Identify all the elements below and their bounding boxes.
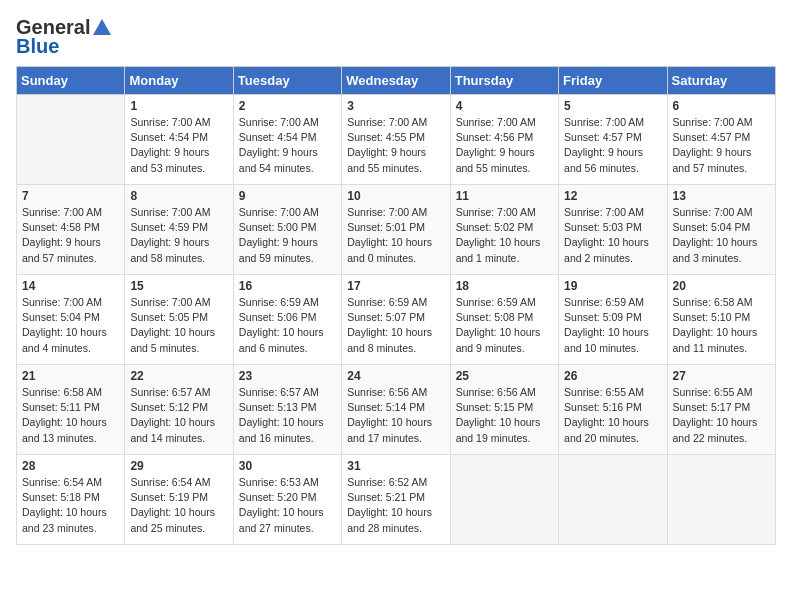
- calendar-cell: 24Sunrise: 6:56 AMSunset: 5:14 PMDayligh…: [342, 365, 450, 455]
- calendar-cell: 1Sunrise: 7:00 AMSunset: 4:54 PMDaylight…: [125, 95, 233, 185]
- day-info: Sunrise: 6:55 AMSunset: 5:16 PMDaylight:…: [564, 385, 661, 446]
- logo-blue: Blue: [16, 35, 59, 58]
- week-row-5: 28Sunrise: 6:54 AMSunset: 5:18 PMDayligh…: [17, 455, 776, 545]
- day-info: Sunrise: 6:57 AMSunset: 5:13 PMDaylight:…: [239, 385, 336, 446]
- day-info: Sunrise: 7:00 AMSunset: 5:01 PMDaylight:…: [347, 205, 444, 266]
- day-number: 23: [239, 369, 336, 383]
- day-number: 11: [456, 189, 553, 203]
- day-info: Sunrise: 7:00 AMSunset: 4:55 PMDaylight:…: [347, 115, 444, 176]
- week-row-1: 1Sunrise: 7:00 AMSunset: 4:54 PMDaylight…: [17, 95, 776, 185]
- day-info: Sunrise: 6:55 AMSunset: 5:17 PMDaylight:…: [673, 385, 770, 446]
- calendar-cell: 23Sunrise: 6:57 AMSunset: 5:13 PMDayligh…: [233, 365, 341, 455]
- day-number: 30: [239, 459, 336, 473]
- day-info: Sunrise: 7:00 AMSunset: 4:56 PMDaylight:…: [456, 115, 553, 176]
- calendar-cell: 3Sunrise: 7:00 AMSunset: 4:55 PMDaylight…: [342, 95, 450, 185]
- calendar-cell: 25Sunrise: 6:56 AMSunset: 5:15 PMDayligh…: [450, 365, 558, 455]
- day-info: Sunrise: 7:00 AMSunset: 4:59 PMDaylight:…: [130, 205, 227, 266]
- day-number: 24: [347, 369, 444, 383]
- calendar-cell: 31Sunrise: 6:52 AMSunset: 5:21 PMDayligh…: [342, 455, 450, 545]
- calendar-cell: 16Sunrise: 6:59 AMSunset: 5:06 PMDayligh…: [233, 275, 341, 365]
- day-info: Sunrise: 7:00 AMSunset: 4:57 PMDaylight:…: [673, 115, 770, 176]
- day-number: 4: [456, 99, 553, 113]
- day-info: Sunrise: 7:00 AMSunset: 4:57 PMDaylight:…: [564, 115, 661, 176]
- calendar-cell: 22Sunrise: 6:57 AMSunset: 5:12 PMDayligh…: [125, 365, 233, 455]
- day-info: Sunrise: 7:00 AMSunset: 5:00 PMDaylight:…: [239, 205, 336, 266]
- calendar-cell: 19Sunrise: 6:59 AMSunset: 5:09 PMDayligh…: [559, 275, 667, 365]
- calendar-cell: [17, 95, 125, 185]
- calendar-cell: [450, 455, 558, 545]
- week-row-3: 14Sunrise: 7:00 AMSunset: 5:04 PMDayligh…: [17, 275, 776, 365]
- day-info: Sunrise: 6:59 AMSunset: 5:08 PMDaylight:…: [456, 295, 553, 356]
- day-number: 2: [239, 99, 336, 113]
- calendar-cell: 29Sunrise: 6:54 AMSunset: 5:19 PMDayligh…: [125, 455, 233, 545]
- calendar-cell: 21Sunrise: 6:58 AMSunset: 5:11 PMDayligh…: [17, 365, 125, 455]
- header-saturday: Saturday: [667, 67, 775, 95]
- day-number: 3: [347, 99, 444, 113]
- calendar-cell: 14Sunrise: 7:00 AMSunset: 5:04 PMDayligh…: [17, 275, 125, 365]
- day-info: Sunrise: 6:59 AMSunset: 5:06 PMDaylight:…: [239, 295, 336, 356]
- page-header: General Blue: [16, 16, 776, 58]
- day-info: Sunrise: 6:54 AMSunset: 5:19 PMDaylight:…: [130, 475, 227, 536]
- day-info: Sunrise: 7:00 AMSunset: 5:05 PMDaylight:…: [130, 295, 227, 356]
- calendar-cell: 10Sunrise: 7:00 AMSunset: 5:01 PMDayligh…: [342, 185, 450, 275]
- calendar-table: SundayMondayTuesdayWednesdayThursdayFrid…: [16, 66, 776, 545]
- day-info: Sunrise: 7:00 AMSunset: 4:54 PMDaylight:…: [130, 115, 227, 176]
- day-number: 9: [239, 189, 336, 203]
- day-number: 21: [22, 369, 119, 383]
- header-sunday: Sunday: [17, 67, 125, 95]
- calendar-cell: 20Sunrise: 6:58 AMSunset: 5:10 PMDayligh…: [667, 275, 775, 365]
- day-number: 26: [564, 369, 661, 383]
- day-info: Sunrise: 6:59 AMSunset: 5:09 PMDaylight:…: [564, 295, 661, 356]
- calendar-cell: 18Sunrise: 6:59 AMSunset: 5:08 PMDayligh…: [450, 275, 558, 365]
- calendar-cell: 2Sunrise: 7:00 AMSunset: 4:54 PMDaylight…: [233, 95, 341, 185]
- day-number: 28: [22, 459, 119, 473]
- calendar-cell: 27Sunrise: 6:55 AMSunset: 5:17 PMDayligh…: [667, 365, 775, 455]
- day-number: 14: [22, 279, 119, 293]
- calendar-cell: 7Sunrise: 7:00 AMSunset: 4:58 PMDaylight…: [17, 185, 125, 275]
- day-number: 10: [347, 189, 444, 203]
- day-number: 29: [130, 459, 227, 473]
- day-info: Sunrise: 6:54 AMSunset: 5:18 PMDaylight:…: [22, 475, 119, 536]
- day-info: Sunrise: 7:00 AMSunset: 4:54 PMDaylight:…: [239, 115, 336, 176]
- calendar-cell: 6Sunrise: 7:00 AMSunset: 4:57 PMDaylight…: [667, 95, 775, 185]
- day-number: 15: [130, 279, 227, 293]
- day-info: Sunrise: 7:00 AMSunset: 5:03 PMDaylight:…: [564, 205, 661, 266]
- calendar-cell: 9Sunrise: 7:00 AMSunset: 5:00 PMDaylight…: [233, 185, 341, 275]
- header-wednesday: Wednesday: [342, 67, 450, 95]
- day-number: 6: [673, 99, 770, 113]
- week-row-2: 7Sunrise: 7:00 AMSunset: 4:58 PMDaylight…: [17, 185, 776, 275]
- calendar-cell: 8Sunrise: 7:00 AMSunset: 4:59 PMDaylight…: [125, 185, 233, 275]
- day-info: Sunrise: 6:56 AMSunset: 5:14 PMDaylight:…: [347, 385, 444, 446]
- logo-icon: [91, 17, 113, 39]
- calendar-header-row: SundayMondayTuesdayWednesdayThursdayFrid…: [17, 67, 776, 95]
- day-number: 17: [347, 279, 444, 293]
- calendar-cell: [559, 455, 667, 545]
- day-info: Sunrise: 7:00 AMSunset: 4:58 PMDaylight:…: [22, 205, 119, 266]
- day-number: 20: [673, 279, 770, 293]
- calendar-cell: 4Sunrise: 7:00 AMSunset: 4:56 PMDaylight…: [450, 95, 558, 185]
- day-info: Sunrise: 6:56 AMSunset: 5:15 PMDaylight:…: [456, 385, 553, 446]
- day-number: 5: [564, 99, 661, 113]
- day-number: 16: [239, 279, 336, 293]
- calendar-cell: 17Sunrise: 6:59 AMSunset: 5:07 PMDayligh…: [342, 275, 450, 365]
- day-number: 22: [130, 369, 227, 383]
- calendar-cell: 11Sunrise: 7:00 AMSunset: 5:02 PMDayligh…: [450, 185, 558, 275]
- header-tuesday: Tuesday: [233, 67, 341, 95]
- day-info: Sunrise: 6:58 AMSunset: 5:10 PMDaylight:…: [673, 295, 770, 356]
- logo: General Blue: [16, 16, 114, 58]
- calendar-cell: 5Sunrise: 7:00 AMSunset: 4:57 PMDaylight…: [559, 95, 667, 185]
- day-number: 7: [22, 189, 119, 203]
- svg-marker-0: [93, 19, 111, 35]
- calendar-cell: 30Sunrise: 6:53 AMSunset: 5:20 PMDayligh…: [233, 455, 341, 545]
- calendar-cell: 12Sunrise: 7:00 AMSunset: 5:03 PMDayligh…: [559, 185, 667, 275]
- calendar-cell: [667, 455, 775, 545]
- day-number: 13: [673, 189, 770, 203]
- day-info: Sunrise: 7:00 AMSunset: 5:02 PMDaylight:…: [456, 205, 553, 266]
- calendar-cell: 13Sunrise: 7:00 AMSunset: 5:04 PMDayligh…: [667, 185, 775, 275]
- day-number: 25: [456, 369, 553, 383]
- day-number: 1: [130, 99, 227, 113]
- day-info: Sunrise: 6:58 AMSunset: 5:11 PMDaylight:…: [22, 385, 119, 446]
- header-friday: Friday: [559, 67, 667, 95]
- day-info: Sunrise: 6:57 AMSunset: 5:12 PMDaylight:…: [130, 385, 227, 446]
- header-thursday: Thursday: [450, 67, 558, 95]
